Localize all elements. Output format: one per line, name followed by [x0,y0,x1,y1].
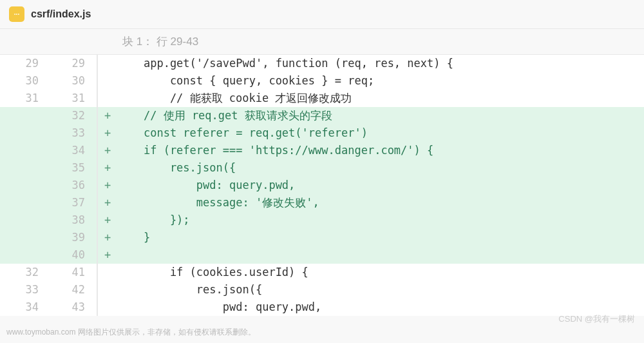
hunk-label: 块 1： 行 29-43 [122,34,198,49]
gutter: 3131 [0,90,97,107]
code-content: // 使用 req.get 获取请求头的字段 [117,107,332,124]
gutter: 38 [0,211,97,229]
old-line-number [0,177,50,194]
hunk-header: 块 1： 行 29-43 [0,28,644,55]
new-line-number: 35 [50,159,97,177]
gutter: 36 [0,177,97,194]
gutter: 3241 [0,264,97,281]
old-line-number [0,194,50,211]
diff-line: 3241 if (cookies.userId) { [0,264,644,281]
file-path: csrf/index.js [31,8,91,20]
old-line-number: 32 [0,264,50,281]
diff-marker: + [98,159,117,177]
gutter: 32 [0,107,97,124]
gutter: 3342 [0,281,97,299]
diff-line: 36+ pwd: query.pwd, [0,177,644,194]
gutter: 40 [0,246,97,264]
diff-marker: + [98,246,117,264]
diff-line: 38+ }); [0,211,644,229]
gutter: 37 [0,194,97,211]
code-content: pwd: query.pwd, [117,299,321,316]
new-line-number: 29 [50,55,97,72]
gutter: 2929 [0,55,97,72]
diff-marker [98,90,117,107]
code-content: } [117,229,150,246]
diff-marker: + [98,107,117,124]
old-line-number [0,159,50,177]
diff-marker: + [98,211,117,229]
diff-line: 2929 app.get('/savePwd', function (req, … [0,55,644,72]
old-line-number [0,142,50,159]
code-content: message: '修改失败', [117,194,319,211]
diff-line: 3030 const { query, cookies } = req; [0,72,644,90]
old-line-number [0,107,50,124]
diff-line: 34+ if (referer === 'https://www.danger.… [0,142,644,159]
code-content: app.get('/savePwd', function (req, res, … [117,55,453,72]
gutter: 3030 [0,72,97,90]
footer-text: www.toymoban.com 网络图片仅供展示，非存储，如有侵权请联系删除。 [6,327,256,338]
diff-line: 37+ message: '修改失败', [0,194,644,211]
new-line-number: 40 [50,246,97,264]
diff-line: 32+ // 使用 req.get 获取请求头的字段 [0,107,644,124]
diff-line: 33+ const referer = req.get('referer') [0,124,644,142]
gutter: 3443 [0,299,97,316]
old-line-number: 30 [0,72,50,90]
new-line-number: 30 [50,72,97,90]
diff-marker [98,55,117,72]
code-content: if (referer === 'https://www.danger.com/… [117,142,433,159]
code-content: pwd: query.pwd, [117,177,295,194]
gutter: 35 [0,159,97,177]
file-header: ··· csrf/index.js [0,0,644,28]
new-line-number: 31 [50,90,97,107]
new-line-number: 36 [50,177,97,194]
file-icon: ··· [9,6,24,22]
diff-marker: + [98,177,117,194]
diff-marker [98,72,117,90]
old-line-number: 29 [0,55,50,72]
code-content: const { query, cookies } = req; [117,72,374,90]
new-line-number: 34 [50,142,97,159]
diff-marker: + [98,194,117,211]
diff-line: 3131 // 能获取 cookie 才返回修改成功 [0,90,644,107]
gutter: 34 [0,142,97,159]
diff-line: 3443 pwd: query.pwd, [0,299,644,316]
old-line-number [0,229,50,246]
code-content: res.json({ [117,281,262,299]
diff-body: 2929 app.get('/savePwd', function (req, … [0,55,644,316]
diff-line: 35+ res.json({ [0,159,644,177]
gutter: 39 [0,229,97,246]
diff-marker [98,281,117,299]
gutter: 33 [0,124,97,142]
code-content: const referer = req.get('referer') [117,124,368,142]
new-line-number: 32 [50,107,97,124]
diff-line: 3342 res.json({ [0,281,644,299]
diff-line: 40+ [0,246,644,264]
new-line-number: 37 [50,194,97,211]
diff-marker: + [98,229,117,246]
diff-marker [98,299,117,316]
new-line-number: 39 [50,229,97,246]
new-line-number: 41 [50,264,97,281]
old-line-number: 33 [0,281,50,299]
diff-line: 39+ } [0,229,644,246]
code-content: res.json({ [117,159,236,177]
old-line-number [0,246,50,264]
watermark: CSDN @我有一棵树 [558,313,635,325]
new-line-number: 43 [50,299,97,316]
new-line-number: 38 [50,211,97,229]
diff-marker: + [98,124,117,142]
new-line-number: 42 [50,281,97,299]
code-content: if (cookies.userId) { [117,264,308,281]
old-line-number: 34 [0,299,50,316]
diff-marker [98,264,117,281]
old-line-number: 31 [0,90,50,107]
old-line-number [0,124,50,142]
code-content: }); [117,211,190,229]
new-line-number: 33 [50,124,97,142]
code-content: // 能获取 cookie 才返回修改成功 [117,90,352,107]
old-line-number [0,211,50,229]
diff-marker: + [98,142,117,159]
